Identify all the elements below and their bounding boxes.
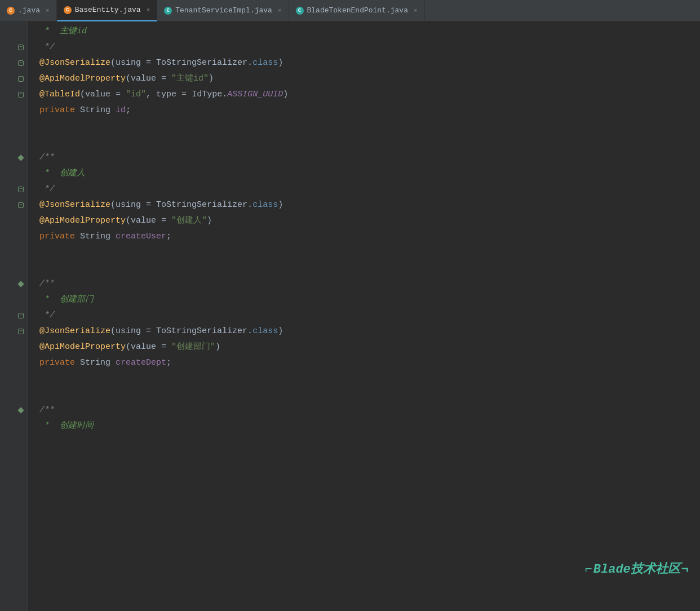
tab-label-baseentity: BaseEntity.java — [75, 6, 141, 14]
code-param-4: value — [131, 71, 156, 87]
code-line-23 — [39, 371, 700, 387]
editor: − − − − — [0, 21, 700, 611]
code-eq-12: = — [141, 197, 156, 213]
code-dot-5: . — [222, 87, 227, 103]
code-dot-12: . — [247, 197, 252, 213]
code-line-24 — [39, 387, 700, 402]
code-string-5: "id" — [126, 87, 146, 103]
code-text-19: */ — [39, 308, 55, 324]
fold-diamond-9[interactable] — [17, 154, 24, 161]
fold-minus-4[interactable]: − — [17, 76, 24, 82]
code-line-10: * 创建人 — [39, 166, 700, 181]
code-enum-5: ASSIGN_UUID — [227, 87, 283, 103]
code-paren-13b: ) — [207, 213, 212, 229]
code-param-20: using — [116, 324, 141, 339]
code-line-22: private String createDept; — [39, 355, 700, 371]
code-annotation-20: @JsonSerialize — [39, 324, 110, 339]
fold-minus-2[interactable]: − — [17, 44, 24, 51]
gutter-row-25 — [17, 402, 24, 418]
code-kw-22: private — [39, 355, 75, 371]
fold-minus-5[interactable]: − — [17, 91, 24, 98]
code-text-2: */ — [39, 39, 55, 55]
gutter-row-9 — [17, 150, 24, 166]
code-eq-13: = — [156, 213, 171, 229]
code-eq-4: = — [156, 71, 171, 87]
code-semi-6: ; — [126, 103, 131, 118]
code-semi-22: ; — [166, 355, 171, 371]
code-line-5: @TableId(value = "id", type = IdType.ASS… — [39, 87, 700, 103]
code-kw-14: private — [39, 229, 75, 245]
code-paren-5a: ( — [80, 87, 85, 103]
code-eq-3: = — [141, 55, 156, 71]
tab-baseentity[interactable]: C BaseEntity.java × — [57, 0, 158, 21]
code-line-14: private String createUser; — [39, 229, 700, 245]
code-annotation-13: @ApiModelProperty — [39, 213, 126, 229]
fold-minus-19[interactable]: − — [17, 312, 24, 319]
code-line-3: @JsonSerialize(using = ToStringSerialize… — [39, 55, 700, 71]
code-param-13: value — [131, 213, 156, 229]
tab-tenantserviceimpl[interactable]: C TenantServiceImpl.java × — [157, 0, 289, 21]
code-line-1: * 主键id — [39, 24, 700, 39]
fold-minus-3[interactable]: − — [17, 60, 24, 67]
code-line-21: @ApiModelProperty(value = "创建部门") — [39, 339, 700, 355]
code-paren-3a: ( — [110, 55, 116, 71]
code-classname-5: IdType — [192, 87, 222, 103]
code-comment-9: /** — [39, 150, 55, 166]
code-field-22: createDept — [116, 355, 166, 371]
tab-close-bladetokenendpoint[interactable]: × — [414, 7, 418, 14]
tab-bladetokenendpoint[interactable]: C BladeTokenEndPoint.java × — [289, 0, 425, 21]
code-paren-13a: ( — [126, 213, 131, 229]
code-text-1: * 主键id — [39, 24, 87, 39]
tab-close-baseentity[interactable]: × — [147, 7, 150, 14]
code-param-5b: type — [156, 87, 176, 103]
fold-none-1 — [17, 28, 24, 35]
code-paren-21a: ( — [126, 339, 131, 355]
gutter-row-2: − — [17, 39, 24, 55]
code-eq-5b: = — [176, 87, 192, 103]
gutter-row-20: − — [17, 324, 24, 339]
code-line-7 — [39, 118, 700, 134]
code-line-11: */ — [39, 181, 700, 197]
gutter-row-11: − — [17, 181, 24, 197]
code-comment-25: /** — [39, 402, 55, 418]
code-string-13: "创建人" — [171, 213, 207, 229]
code-text-10: * 创建人 — [39, 166, 85, 181]
code-param-21: value — [131, 339, 156, 355]
code-line-12: @JsonSerialize(using = ToStringSerialize… — [39, 197, 700, 213]
tab-close-dotjava[interactable]: × — [46, 7, 50, 14]
code-classname-3: ToStringSerializer — [156, 55, 247, 71]
tab-icon-dotjava: C — [7, 7, 15, 15]
code-area[interactable]: * 主键id */ @JsonSerialize(using = ToStrin… — [28, 21, 700, 611]
code-text-18: * 创建部门 — [39, 292, 94, 308]
code-paren-12a: ( — [110, 197, 116, 213]
code-line-4: @ApiModelProperty(value = "主键id") — [39, 71, 700, 87]
code-paren-4a: ( — [126, 71, 131, 87]
gutter-row-19: − — [17, 308, 24, 324]
code-annotation-12: @JsonSerialize — [39, 197, 110, 213]
gutter-row-5: − — [17, 87, 24, 103]
code-eq-5a: = — [110, 87, 126, 103]
code-annotation-3: @JsonSerialize — [39, 55, 110, 71]
code-text-26: * 创建时间 — [39, 418, 94, 434]
code-line-25: /** — [39, 402, 700, 418]
tab-label-bladetokenendpoint: BladeTokenEndPoint.java — [307, 6, 408, 15]
fold-minus-12[interactable]: − — [17, 202, 24, 209]
code-paren-21b: ) — [215, 339, 220, 355]
code-dot-20: . — [247, 324, 252, 339]
tab-dotjava[interactable]: C .java × — [0, 0, 57, 21]
code-paren-20a: ( — [110, 324, 116, 339]
tab-icon-bladetokenendpoint: C — [296, 7, 304, 15]
tab-label-dotjava: .java — [18, 6, 40, 15]
fold-minus-20[interactable]: − — [17, 328, 24, 335]
code-line-20: @JsonSerialize(using = ToStringSerialize… — [39, 324, 700, 339]
code-type-22: String — [75, 355, 116, 371]
code-type-6: String — [75, 103, 116, 118]
code-dot-3: . — [247, 55, 252, 71]
fold-diamond-17[interactable] — [17, 281, 24, 287]
code-field-14: createUser — [116, 229, 166, 245]
code-line-17: /** — [39, 276, 700, 292]
fold-minus-11[interactable]: − — [17, 186, 24, 193]
fold-diamond-25[interactable] — [17, 407, 24, 414]
gutter-row-17 — [17, 276, 24, 292]
tab-close-tenantserviceimpl[interactable]: × — [278, 7, 282, 14]
